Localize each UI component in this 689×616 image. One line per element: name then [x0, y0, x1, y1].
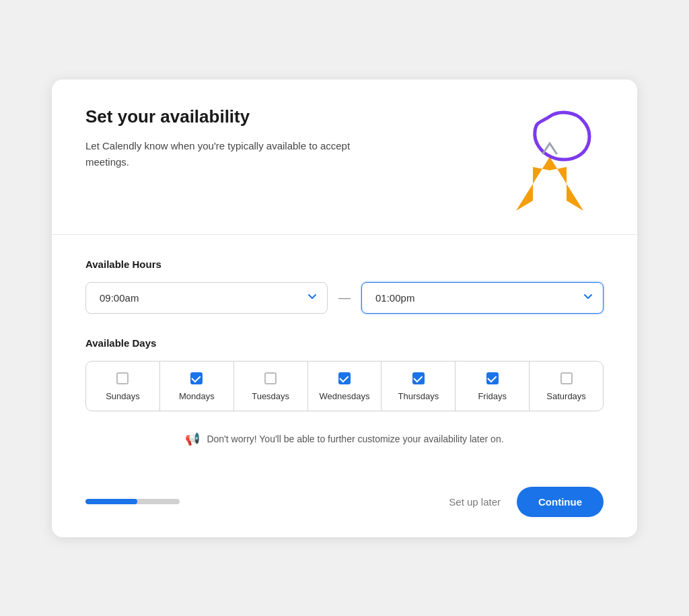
page-title: Set your availability: [85, 106, 496, 127]
day-cell-mondays[interactable]: Mondays: [160, 362, 234, 411]
available-hours-label: Available Hours: [85, 259, 604, 270]
day-cell-wednesdays[interactable]: Wednesdays: [308, 362, 382, 411]
day-checkbox-wednesdays: [338, 372, 351, 384]
progress-bar-fill: [85, 499, 137, 504]
continue-button[interactable]: Continue: [517, 487, 604, 517]
svg-marker-0: [516, 157, 583, 211]
progress-bar: [85, 499, 180, 504]
available-days-label: Available Days: [85, 337, 604, 349]
start-time-wrapper: 09:00am 09:30am 10:00am 10:30am: [85, 282, 328, 314]
day-checkbox-fridays: [486, 372, 499, 384]
days-grid: SundaysMondaysTuesdaysWednesdaysThursday…: [85, 361, 604, 411]
day-cell-tuesdays[interactable]: Tuesdays: [234, 362, 308, 411]
day-checkbox-sundays: [116, 372, 129, 384]
start-time-select[interactable]: 09:00am 09:30am 10:00am 10:30am: [85, 282, 328, 314]
header-subtitle: Let Calendly know when you're typically …: [85, 138, 368, 170]
calendly-illustration: [496, 106, 604, 214]
day-checkbox-tuesdays: [264, 372, 277, 384]
main-section: Available Hours 09:00am 09:30am 10:00am …: [52, 235, 637, 473]
day-cell-sundays[interactable]: Sundays: [86, 362, 160, 411]
day-label-saturdays: Saturdays: [546, 391, 586, 401]
header-illustration: [496, 106, 604, 214]
day-label-sundays: Sundays: [106, 391, 140, 401]
time-dash: —: [338, 291, 351, 305]
day-label-thursdays: Thursdays: [398, 391, 439, 401]
info-row: 📢 Don't worry! You'll be able to further…: [85, 432, 604, 446]
set-up-later-button[interactable]: Set up later: [449, 496, 501, 508]
day-cell-thursdays[interactable]: Thursdays: [382, 362, 456, 411]
header-text: Set your availability Let Calendly know …: [85, 106, 496, 170]
megaphone-icon: 📢: [185, 432, 200, 446]
day-cell-fridays[interactable]: Fridays: [456, 362, 530, 411]
header-section: Set your availability Let Calendly know …: [52, 79, 637, 235]
day-cell-saturdays[interactable]: Saturdays: [530, 362, 603, 411]
main-card: Set your availability Let Calendly know …: [52, 79, 637, 537]
end-time-wrapper: 01:00pm 01:30pm 02:00pm 02:30pm: [361, 282, 604, 314]
day-label-wednesdays: Wednesdays: [320, 391, 370, 401]
footer-right: Set up later Continue: [449, 487, 604, 517]
time-picker-row: 09:00am 09:30am 10:00am 10:30am — 01:00p…: [85, 282, 604, 314]
day-label-fridays: Fridays: [478, 391, 507, 401]
footer-section: Set up later Continue: [52, 473, 637, 537]
day-checkbox-mondays: [190, 372, 203, 384]
day-checkbox-thursdays: [412, 372, 425, 384]
day-checkbox-saturdays: [560, 372, 573, 384]
day-label-tuesdays: Tuesdays: [252, 391, 289, 401]
info-text: Don't worry! You'll be able to further c…: [207, 434, 503, 444]
end-time-select[interactable]: 01:00pm 01:30pm 02:00pm 02:30pm: [361, 282, 604, 314]
day-label-mondays: Mondays: [179, 391, 215, 401]
